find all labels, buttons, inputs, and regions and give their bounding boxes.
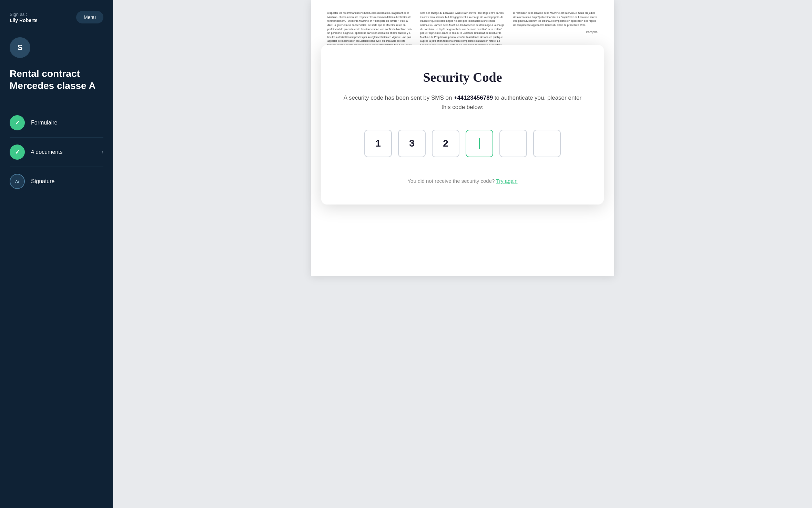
security-title: Security Code	[423, 70, 502, 85]
sidebar: Sign as : Lily Roberts Menu S Rental con…	[0, 0, 113, 508]
signature-label: Signature	[31, 178, 103, 185]
document-area: respecter les recommandations habituelle…	[113, 0, 812, 508]
formulaire-icon-circle: ✓	[10, 115, 25, 130]
documents-label: 4 documents	[31, 149, 95, 155]
check-icon: ✓	[15, 119, 20, 127]
signature-icon-circle: Ai	[10, 174, 25, 189]
resend-prefix: You did not receive the security code?	[407, 178, 496, 184]
formulaire-label: Formulaire	[31, 120, 103, 126]
security-description: A security code has been sent by SMS on …	[342, 93, 583, 112]
code-box-6[interactable]	[533, 130, 561, 157]
check-icon-2: ✓	[15, 148, 20, 156]
try-again-link[interactable]: Try again	[496, 178, 518, 184]
ai-icon: Ai	[15, 179, 19, 183]
sidebar-nav: ✓ Formulaire ✓ 4 documents › Ai Signatur…	[10, 108, 103, 196]
code-box-1[interactable]: 1	[364, 130, 392, 157]
chevron-right-icon: ›	[102, 149, 103, 155]
contract-title: Rental contract Mercedes classe A	[10, 68, 103, 92]
resend-text: You did not receive the security code? T…	[407, 178, 517, 184]
code-box-4[interactable]	[466, 130, 493, 157]
sidebar-item-documents[interactable]: ✓ 4 documents ›	[10, 138, 103, 167]
documents-icon-circle: ✓	[10, 145, 25, 160]
sign-as-label: Sign as :	[10, 11, 38, 18]
user-name: Lily Roberts	[10, 18, 38, 23]
phone-number: +44123456789	[454, 94, 493, 101]
code-inputs: 1 3 2	[364, 130, 561, 157]
code-box-5[interactable]	[499, 130, 527, 157]
sidebar-item-signature[interactable]: Ai Signature	[10, 167, 103, 196]
main-content: respecter les recommandations habituelle…	[113, 0, 812, 508]
sidebar-header: Sign as : Lily Roberts Menu	[10, 11, 103, 23]
code-box-2[interactable]: 3	[398, 130, 426, 157]
code-box-3[interactable]: 2	[432, 130, 459, 157]
security-code-modal: Security Code A security code has been s…	[321, 45, 604, 205]
description-prefix: A security code has been sent by SMS on	[344, 94, 454, 101]
sign-as-block: Sign as : Lily Roberts	[10, 11, 38, 23]
menu-button[interactable]: Menu	[76, 11, 103, 23]
avatar: S	[10, 37, 30, 58]
sidebar-item-formulaire[interactable]: ✓ Formulaire	[10, 108, 103, 138]
